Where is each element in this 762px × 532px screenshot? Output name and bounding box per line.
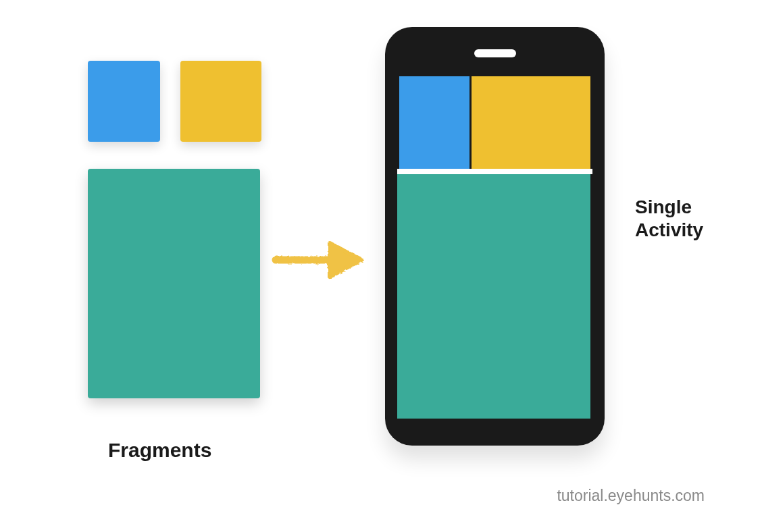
screen-fragment-yellow <box>472 74 592 169</box>
single-activity-line2: Activity <box>635 219 703 242</box>
screen-fragment-blue <box>397 74 472 169</box>
fragments-label: Fragments <box>108 439 211 462</box>
small-fragments-row <box>88 61 261 142</box>
fragments-group <box>88 61 261 398</box>
screen-top-row <box>397 74 592 169</box>
phone-device <box>385 27 605 446</box>
svg-marker-1 <box>330 243 361 277</box>
phone-screen <box>397 74 592 419</box>
fragment-teal-large <box>88 169 260 398</box>
arrow-icon <box>270 236 365 284</box>
phone-home-indicator <box>482 433 509 439</box>
screen-fragment-teal <box>397 174 592 419</box>
single-activity-line1: Single <box>635 196 703 219</box>
single-activity-label: Single Activity <box>635 196 703 241</box>
fragment-blue-small <box>88 61 160 142</box>
watermark: tutorial.eyehunts.com <box>557 487 705 505</box>
fragment-yellow-small <box>180 61 261 142</box>
phone-speaker <box>474 49 516 57</box>
